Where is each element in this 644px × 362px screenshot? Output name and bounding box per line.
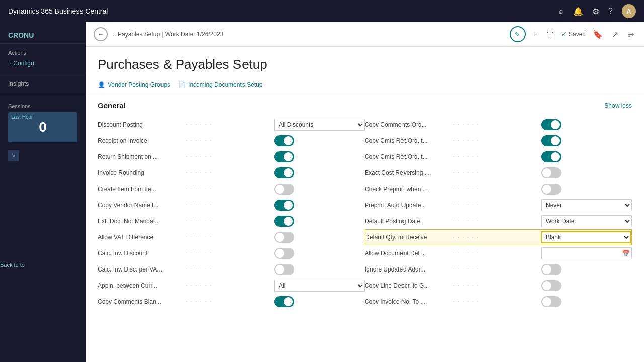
- sidebar-actions-label: Actions: [0, 48, 86, 58]
- invoice-rounding-toggle[interactable]: [274, 167, 294, 178]
- field-row-copy-invoice-no: Copy Invoice No. To ... · · · · · ·: [365, 294, 632, 310]
- field-label-copy-line-descr: Copy Line Descr. to G...: [365, 282, 451, 289]
- check-prepmt-toggle[interactable]: [541, 184, 561, 195]
- sessions-count: 0: [39, 119, 47, 135]
- sidebar-expand-arrow[interactable]: >: [8, 150, 19, 161]
- field-label-copy-cmts-ret1: Copy Cmts Ret.Ord. t...: [365, 137, 451, 144]
- vendor-posting-groups-label: Vendor Posting Groups: [108, 81, 170, 88]
- bookmark-icon[interactable]: 🔖: [591, 28, 605, 41]
- main-content: ← ...Payables Setup | Work Date: 1/26/20…: [86, 22, 644, 362]
- add-button[interactable]: +: [531, 28, 539, 41]
- copy-line-descr-toggle[interactable]: [541, 280, 561, 291]
- copy-cmts-ret1-toggle[interactable]: [541, 135, 561, 146]
- calc-inv-discount-toggle[interactable]: [274, 248, 294, 259]
- saved-text: Saved: [569, 31, 586, 38]
- form-grid: Discount Posting · · · · · · All Discoun…: [98, 117, 632, 310]
- field-row-discount-posting: Discount Posting · · · · · · All Discoun…: [98, 117, 365, 133]
- field-label-receipt-on-invoice: Receipt on Invoice: [98, 137, 184, 144]
- sidebar-configure-link[interactable]: + Configu: [0, 58, 86, 69]
- avatar[interactable]: A: [622, 4, 636, 18]
- prepmt-auto-select[interactable]: Never Always: [541, 199, 632, 211]
- appln-curr-select[interactable]: All None: [274, 280, 365, 292]
- field-label-exact-cost: Exact Cost Reversing ...: [365, 169, 451, 176]
- allow-doc-del-input-wrap: 📅: [541, 247, 632, 259]
- copy-vendor-name-toggle[interactable]: [274, 200, 294, 211]
- field-label-discount-posting: Discount Posting: [98, 121, 184, 128]
- bell-icon[interactable]: 🔔: [573, 7, 583, 16]
- field-label-copy-invoice-no: Copy Invoice No. To ...: [365, 298, 451, 305]
- form-area: General Show less Discount Posting · · ·…: [86, 93, 644, 362]
- field-label-copy-comments-ord: Copy Comments Ord...: [365, 121, 451, 128]
- field-label-default-qty: Default Qty. to Receive: [365, 234, 451, 241]
- allow-vat-toggle[interactable]: [274, 232, 294, 243]
- incoming-documents-label: Incoming Documents Setup: [188, 81, 262, 88]
- field-label-return-shipment: Return Shipment on ...: [98, 153, 184, 160]
- default-posting-date-select[interactable]: Work Date No Date Posting Date: [541, 215, 632, 227]
- ext-doc-toggle[interactable]: [274, 216, 294, 227]
- expand-icon[interactable]: ⥅: [625, 28, 636, 41]
- person-icon: 👤: [98, 81, 105, 88]
- field-label-copy-vendor-name: Copy Vendor Name t...: [98, 202, 184, 209]
- field-row-copy-cmts-ret1: Copy Cmts Ret.Ord. t... · · · · · ·: [365, 133, 632, 149]
- main-layout: CRONU Actions + Configu Insights Session…: [0, 22, 644, 362]
- field-row-default-qty: Default Qty. to Receive · · · · · · Blan…: [365, 229, 632, 245]
- return-shipment-toggle[interactable]: [274, 151, 294, 162]
- exact-cost-toggle[interactable]: [541, 167, 561, 178]
- field-row-create-item: Create Item from Ite... · · · · · ·: [98, 181, 365, 197]
- field-row-copy-comments-ord: Copy Comments Ord... · · · · · ·: [365, 117, 632, 133]
- field-label-calc-inv-disc-va: Calc. Inv. Disc. per VA...: [98, 266, 184, 273]
- back-button[interactable]: ←: [94, 27, 108, 41]
- top-nav-icons: ⌕ 🔔 ⚙ ? A: [559, 4, 636, 18]
- calendar-icon: 📅: [622, 249, 630, 257]
- field-row-appln-curr: Appln. between Curr... · · · · · · All N…: [98, 278, 365, 294]
- field-row-allow-doc-del: Allow Document Del... · · · · · · 📅: [365, 245, 632, 261]
- delete-button[interactable]: 🗑: [544, 28, 556, 41]
- create-item-toggle[interactable]: [274, 184, 294, 195]
- sidebar-insights-label: Insights: [0, 77, 86, 90]
- page-title-area: Purchases & Payables Setup: [86, 47, 644, 77]
- copy-cmts-ret2-toggle[interactable]: [541, 151, 561, 162]
- field-label-allow-vat: Allow VAT Difference: [98, 234, 184, 241]
- help-icon[interactable]: ?: [608, 7, 613, 16]
- receipt-on-invoice-toggle-wrap: [274, 135, 365, 146]
- field-label-copy-cmts-ret2: Copy Cmts Ret.Ord. t...: [365, 153, 451, 160]
- configure-label: + Configu: [8, 60, 34, 67]
- field-row-invoice-rounding: Invoice Rounding · · · · · ·: [98, 165, 365, 181]
- field-label-check-prepmt: Check Prepmt. when ...: [365, 186, 451, 193]
- show-less-link[interactable]: Show less: [604, 102, 632, 109]
- field-row-copy-cmts-ret2: Copy Cmts Ret.Ord. t... · · · · · ·: [365, 149, 632, 165]
- back-to-link[interactable]: Back to to: [0, 262, 86, 268]
- field-row-receipt-on-invoice: Receipt on Invoice · · · · · ·: [98, 133, 365, 149]
- share-icon[interactable]: ↗: [610, 28, 620, 41]
- field-row-check-prepmt: Check Prepmt. when ... · · · · · ·: [365, 181, 632, 197]
- copy-invoice-no-toggle[interactable]: [541, 296, 561, 307]
- allow-doc-del-input[interactable]: [541, 247, 632, 259]
- calc-inv-disc-va-toggle[interactable]: [274, 264, 294, 275]
- top-navbar: Dynamics 365 Business Central ⌕ 🔔 ⚙ ? A: [0, 0, 644, 22]
- edit-button[interactable]: ✎: [510, 26, 526, 42]
- field-row-ignore-addr: Ignore Updated Addr... · · · · · ·: [365, 261, 632, 278]
- receipt-on-invoice-toggle[interactable]: [274, 135, 294, 146]
- vendor-posting-groups-link[interactable]: 👤 Vendor Posting Groups: [98, 81, 170, 88]
- default-qty-select[interactable]: Blank Remainder: [541, 231, 631, 243]
- saved-check-icon: ✓: [561, 31, 567, 38]
- incoming-documents-setup-link[interactable]: 📄 Incoming Documents Setup: [178, 81, 262, 88]
- copy-comments-blan-toggle[interactable]: [274, 296, 294, 307]
- section-title: General: [98, 101, 126, 110]
- doc-icon: 📄: [178, 81, 186, 88]
- copy-comments-ord-toggle[interactable]: [541, 119, 561, 130]
- discount-posting-select[interactable]: All Discounts Invoice Discounts Line Dis…: [274, 119, 365, 131]
- settings-icon[interactable]: ⚙: [592, 7, 599, 16]
- field-label-appln-curr: Appln. between Curr...: [98, 282, 184, 289]
- search-icon[interactable]: ⌕: [559, 7, 564, 16]
- saved-indicator: ✓ Saved: [561, 31, 586, 38]
- page-title: Purchases & Payables Setup: [98, 57, 632, 72]
- section-header: General Show less: [98, 101, 632, 110]
- field-label-prepmt-auto: Prepmt. Auto Update...: [365, 202, 451, 209]
- field-row-copy-vendor-name: Copy Vendor Name t... · · · · · ·: [98, 197, 365, 213]
- action-bar: 👤 Vendor Posting Groups 📄 Incoming Docum…: [86, 77, 644, 93]
- ignore-addr-toggle[interactable]: [541, 264, 561, 275]
- sidebar-sessions: Sessions Last Hour 0: [0, 99, 86, 146]
- field-label-ignore-addr: Ignore Updated Addr...: [365, 266, 451, 273]
- discount-posting-select-wrap: All Discounts Invoice Discounts Line Dis…: [274, 119, 365, 131]
